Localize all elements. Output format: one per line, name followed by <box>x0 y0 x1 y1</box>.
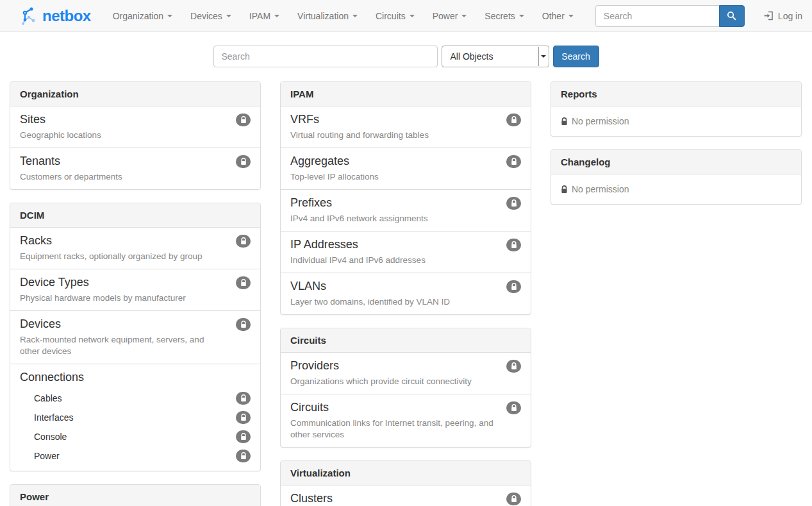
lock-badge <box>236 318 251 331</box>
menu-label: Secrets <box>485 11 515 21</box>
panel-title: Reports <box>551 82 801 106</box>
item-description: Physical hardware models by manufacturer <box>20 292 251 304</box>
list-item-power-connections[interactable]: Power <box>20 446 251 466</box>
panel-virtualization: Virtualization Clusters <box>280 460 531 506</box>
item-title[interactable]: Providers <box>290 359 521 373</box>
menu-other[interactable]: Other <box>533 0 583 32</box>
panel-organization: Organization Sites Geographic locations … <box>10 81 261 190</box>
menu-power[interactable]: Power <box>424 0 476 32</box>
item-title[interactable]: Devices <box>20 317 251 331</box>
item-title[interactable]: Sites <box>20 113 251 126</box>
panel-title: Virtualization <box>281 461 531 485</box>
lock-badge <box>236 392 251 405</box>
item-title[interactable]: Aggregates <box>290 155 521 168</box>
item-description: Geographic locations <box>20 130 251 141</box>
no-permission-label: No permission <box>572 116 629 126</box>
list-item-device-types[interactable]: Device Types Physical hardware models by… <box>10 269 260 310</box>
panel-title: Organization <box>10 82 260 106</box>
no-permission-row: No permission <box>551 174 801 204</box>
caret-down-icon <box>167 15 172 17</box>
lock-badge <box>506 239 521 251</box>
item-description: Virtual routing and forwarding tables <box>290 130 521 141</box>
item-description: Layer two domains, identified by VLAN ID <box>290 296 521 308</box>
list-item-providers[interactable]: Providers Organizations which provide ci… <box>281 353 531 394</box>
caret-down-icon <box>461 15 467 17</box>
menu-organization[interactable]: Organization <box>104 0 181 32</box>
lock-icon <box>561 117 568 126</box>
item-title[interactable]: IP Addresses <box>290 238 521 251</box>
global-search-input[interactable] <box>213 46 438 67</box>
list-item-racks[interactable]: Racks Equipment racks, optionally organi… <box>10 228 260 269</box>
item-description: Communication links for Internet transit… <box>290 417 521 441</box>
list-item-interfaces[interactable]: Interfaces <box>20 408 251 427</box>
item-description: Top-level IP allocations <box>290 171 521 183</box>
menu-label: Virtualization <box>297 11 349 21</box>
brand-name: netbox <box>42 7 91 25</box>
panel-title: Changelog <box>551 150 801 174</box>
item-title[interactable]: VLANs <box>290 280 521 293</box>
list-item-sites[interactable]: Sites Geographic locations <box>10 106 260 148</box>
menu-virtualization[interactable]: Virtualization <box>288 0 367 32</box>
lock-badge <box>506 280 521 293</box>
item-description: Individual IPv4 and IPv6 addresses <box>290 255 521 266</box>
lock-badge <box>506 155 521 168</box>
list-item-cables[interactable]: Cables <box>20 389 251 408</box>
item-title[interactable]: Circuits <box>290 401 521 414</box>
item-title[interactable]: VRFs <box>290 113 521 126</box>
list-item-console[interactable]: Console <box>20 427 251 446</box>
lock-badge <box>236 155 251 168</box>
lock-badge <box>236 430 251 443</box>
list-item-tenants[interactable]: Tenants Customers or departments <box>10 148 260 189</box>
menu-label: Devices <box>190 11 222 21</box>
lock-badge <box>506 197 521 210</box>
lock-icon <box>561 185 568 194</box>
list-item-vrfs[interactable]: VRFs Virtual routing and forwarding tabl… <box>281 106 531 148</box>
lock-badge <box>236 114 251 126</box>
list-item-vlans[interactable]: VLANs Layer two domains, identified by V… <box>281 273 531 314</box>
menu-circuits[interactable]: Circuits <box>367 0 424 32</box>
search-scope-value: All Objects <box>442 46 538 67</box>
caret-down-icon <box>519 15 524 17</box>
child-label: Console <box>34 432 67 442</box>
panel-circuits: Circuits Providers Organizations which p… <box>280 328 531 448</box>
item-title[interactable]: Racks <box>20 234 251 248</box>
menu-devices[interactable]: Devices <box>181 0 240 32</box>
panel-reports: Reports No permission <box>551 81 802 137</box>
item-description: Rack-mounted network equipment, servers,… <box>20 334 251 357</box>
login-link[interactable]: Log in <box>745 11 812 21</box>
lock-badge <box>506 360 521 373</box>
connections-group: Connections Cables Interfaces Console Po… <box>10 364 260 471</box>
lock-badge <box>506 114 521 126</box>
netbox-brand[interactable]: netbox <box>0 6 97 26</box>
caret-down-icon <box>274 15 279 17</box>
menu-secrets[interactable]: Secrets <box>476 0 533 32</box>
search-scope-select[interactable]: All Objects <box>442 46 549 67</box>
panel-title: Circuits <box>281 328 531 353</box>
column-left: Organization Sites Geographic locations … <box>10 81 261 506</box>
navbar-search-button[interactable] <box>719 5 745 27</box>
panel-title: DCIM <box>10 203 260 228</box>
item-title[interactable]: Device Types <box>20 276 251 289</box>
item-title[interactable]: Tenants <box>20 155 251 168</box>
item-title[interactable]: Clusters <box>290 492 521 505</box>
item-title[interactable]: Prefixes <box>290 196 521 210</box>
child-label: Power <box>34 451 60 461</box>
menu-ipam[interactable]: IPAM <box>240 0 288 32</box>
top-navbar: netbox Organization Devices IPAM Virtual… <box>0 0 812 32</box>
list-item-clusters[interactable]: Clusters <box>281 485 531 506</box>
main-menu: Organization Devices IPAM Virtualization… <box>104 0 583 32</box>
list-item-aggregates[interactable]: Aggregates Top-level IP allocations <box>281 148 531 189</box>
navbar-search-input[interactable] <box>595 5 719 27</box>
list-item-devices[interactable]: Devices Rack-mounted network equipment, … <box>10 310 260 364</box>
panel-ipam: IPAM VRFs Virtual routing and forwarding… <box>280 81 531 315</box>
column-right: Reports No permission Changelog No permi… <box>551 81 802 217</box>
no-permission-label: No permission <box>572 184 629 194</box>
list-item-ip-addresses[interactable]: IP Addresses Individual IPv4 and IPv6 ad… <box>281 231 531 273</box>
list-item-circuits[interactable]: Circuits Communication links for Interne… <box>281 394 531 447</box>
panel-title: IPAM <box>281 82 531 106</box>
lock-badge <box>236 411 251 424</box>
list-item-prefixes[interactable]: Prefixes IPv4 and IPv6 network assignmen… <box>281 189 531 231</box>
global-search-button[interactable]: Search <box>553 46 599 67</box>
menu-label: Other <box>542 11 565 21</box>
caret-down-icon <box>410 15 415 17</box>
